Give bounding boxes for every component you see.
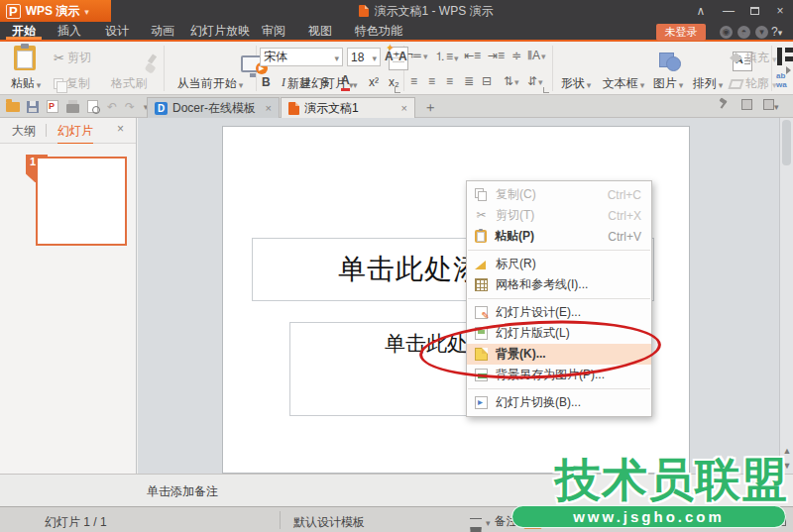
tab-slideshow[interactable]: 幻灯片放映: [184, 22, 256, 40]
tab-review[interactable]: 审阅: [256, 22, 291, 40]
close-panel-icon[interactable]: ×: [117, 122, 124, 136]
normal-view-button[interactable]: [523, 511, 542, 529]
design-template-label[interactable]: 默认设计模板: [293, 514, 365, 531]
feedback-icon[interactable]: ◓: [737, 26, 750, 39]
paragraph-spacing-button[interactable]: ⇅: [504, 74, 519, 88]
copy-icon: [54, 78, 63, 89]
zoom-in-button[interactable]: +: [753, 513, 761, 528]
arrange-button[interactable]: 排列: [686, 75, 730, 92]
shapes-button[interactable]: 形状: [553, 75, 599, 92]
font-dialog-launcher-icon[interactable]: [395, 87, 400, 93]
tab-view[interactable]: 视图: [302, 22, 338, 40]
strikethrough-button[interactable]: S: [321, 73, 329, 91]
minimize-button[interactable]: —: [716, 0, 741, 22]
tab-design[interactable]: 设计: [99, 22, 135, 40]
maximize-button[interactable]: [741, 0, 767, 22]
ribbon-scroll-arrow-icon[interactable]: [786, 66, 791, 74]
justify-button[interactable]: ≣: [464, 74, 474, 88]
menu-item-paste[interactable]: 粘贴(P) Ctrl+V: [467, 226, 651, 247]
tab-special-features[interactable]: 特色功能: [349, 22, 408, 40]
textbox-button[interactable]: 文本框: [597, 75, 650, 92]
menu-item-cut[interactable]: ✂ 剪切(T) Ctrl+X: [467, 205, 651, 226]
doc-tab-presentation[interactable]: 演示文稿1 ×: [281, 97, 415, 118]
distribute-button[interactable]: ⊟: [482, 74, 492, 88]
community-icon[interactable]: ◉: [720, 26, 733, 39]
print-button[interactable]: [63, 98, 81, 115]
bold-button[interactable]: B: [262, 73, 271, 91]
tab-list-dropdown[interactable]: [763, 99, 779, 112]
app-menu-button[interactable]: P WPS 演示: [0, 0, 111, 22]
from-current-button[interactable]: 从当前开始: [167, 75, 254, 92]
columns-button[interactable]: ⇵: [527, 74, 543, 88]
menu-item-slide-design[interactable]: 幻灯片设计(E)...: [467, 302, 651, 323]
slide-thumbnail[interactable]: [36, 157, 127, 246]
underline-button[interactable]: U: [301, 73, 310, 91]
open-button[interactable]: [4, 98, 22, 115]
italic-button[interactable]: I: [282, 73, 285, 91]
outline-tab[interactable]: 大纲: [12, 123, 36, 140]
workspace-icon[interactable]: [741, 99, 752, 112]
collapse-ribbon-button[interactable]: ∧: [688, 0, 714, 22]
font-size-select[interactable]: 18: [347, 48, 381, 66]
scrollbar-thumb[interactable]: [782, 120, 791, 165]
skin-icon[interactable]: ▾: [755, 26, 768, 39]
fill-button[interactable]: 填充: [730, 50, 777, 66]
menu-item-copy[interactable]: 复制(C) Ctrl+C: [467, 184, 651, 205]
cut-button[interactable]: ✂剪切: [54, 50, 91, 66]
picture-button[interactable]: 图片: [646, 75, 690, 92]
line-spacing-button[interactable]: ≑: [511, 49, 521, 62]
increase-font-button[interactable]: A⁺: [385, 48, 399, 65]
close-tab-icon[interactable]: ×: [266, 102, 272, 114]
vertical-scrollbar[interactable]: ▲ ▼: [779, 118, 793, 474]
menu-item-slide-transition[interactable]: 幻灯片切换(B)...: [467, 392, 651, 413]
new-tab-button[interactable]: ＋: [423, 99, 437, 117]
save-button[interactable]: [24, 98, 42, 115]
paragraph-dialog-launcher-icon[interactable]: [543, 87, 549, 93]
menu-item-save-background-as-picture[interactable]: 背景另存为图片(P)...: [467, 365, 651, 385]
slide-layout-icon: [475, 327, 488, 340]
increase-indent-button[interactable]: ⇥≡: [488, 49, 505, 62]
notes-toggle-button[interactable]: 备注: [470, 513, 518, 530]
menu-item-grid-guides[interactable]: 网格和参考线(I)...: [467, 274, 651, 295]
help-button[interactable]: ?: [771, 25, 782, 39]
window-title-text: 演示文稿1 - WPS 演示: [374, 3, 493, 20]
font-color-button[interactable]: A: [341, 73, 350, 91]
slide-sorter-view-button[interactable]: [548, 511, 567, 529]
menu-item-slide-layout[interactable]: 幻灯片版式(L): [467, 323, 651, 344]
repair-tool-icon[interactable]: [718, 99, 730, 113]
undo-button[interactable]: ↶: [103, 98, 121, 115]
login-button[interactable]: 未登录: [656, 24, 706, 41]
next-slide-button[interactable]: ▼: [781, 460, 793, 473]
previous-slide-button[interactable]: ▲: [781, 445, 793, 458]
save-icon: [27, 101, 39, 113]
tab-home[interactable]: 开始: [6, 22, 42, 40]
copy-button[interactable]: 复制: [54, 75, 90, 92]
paste-button[interactable]: 粘贴: [4, 75, 48, 92]
align-left-button[interactable]: ≡: [410, 74, 417, 88]
bullets-button[interactable]: ≔: [410, 49, 428, 62]
close-button[interactable]: ×: [767, 0, 793, 22]
align-center-button[interactable]: ≡: [428, 74, 435, 88]
decrease-indent-button[interactable]: ⇤≡: [464, 49, 481, 62]
tab-animation[interactable]: 动画: [145, 22, 180, 40]
slides-tab[interactable]: 幻灯片: [57, 123, 93, 145]
outline-button[interactable]: 轮廓: [730, 75, 777, 92]
print-preview-button[interactable]: [83, 98, 101, 115]
superscript-button[interactable]: x²: [369, 73, 379, 91]
close-tab-icon[interactable]: ×: [401, 102, 407, 114]
tab-insert[interactable]: 插入: [52, 22, 87, 40]
numbering-button[interactable]: ⒈≡: [434, 49, 459, 65]
save-as-picture-icon: [475, 369, 488, 381]
text-direction-button[interactable]: ⫴A: [527, 49, 546, 62]
align-right-button[interactable]: ≡: [446, 74, 453, 88]
fit-slide-button[interactable]: [774, 514, 786, 526]
chevron-down-icon: [719, 77, 724, 91]
font-family-select[interactable]: 宋体: [260, 48, 343, 66]
menu-item-background[interactable]: 背景(K)...: [467, 344, 651, 365]
notes-pane[interactable]: 单击添加备注: [0, 474, 793, 506]
doc-tab-docer[interactable]: D Docer-在线模板 ×: [147, 97, 280, 118]
chevron-down-icon: [239, 77, 244, 91]
menu-item-ruler[interactable]: 标尺(R): [467, 254, 651, 274]
format-painter-button[interactable]: 格式刷: [111, 75, 147, 92]
export-pdf-button[interactable]: [44, 98, 61, 115]
